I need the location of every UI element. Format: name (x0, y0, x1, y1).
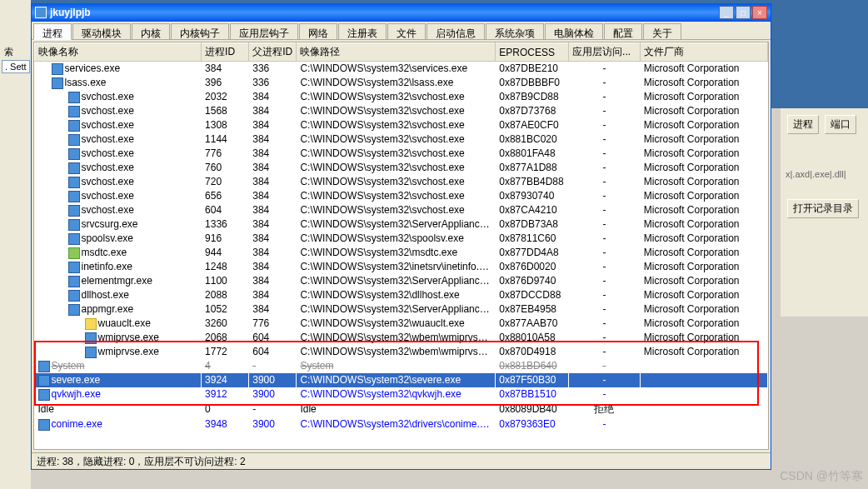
tab-关于[interactable]: 关于 (643, 23, 681, 39)
cell-vendor: Microsoft Corporation (640, 288, 767, 302)
cell-app: - (569, 118, 641, 132)
table-row[interactable]: qvkwjh.exe39123900C:\WINDOWS\system32\qv… (35, 387, 768, 402)
tab-内核[interactable]: 内核 (132, 23, 170, 39)
cell-app: - (569, 246, 641, 260)
table-row[interactable]: inetinfo.exe1248384C:\WINDOWS\system32\i… (35, 260, 768, 274)
table-row[interactable]: svchost.exe2032384C:\WINDOWS\system32\sv… (35, 90, 768, 104)
cell-vendor (640, 359, 767, 373)
table-row[interactable]: dllhost.exe2088384C:\WINDOWS\system32\dl… (35, 288, 768, 302)
cell-vendor: Microsoft Corporation (640, 302, 767, 317)
column-header[interactable]: 进程ID (202, 43, 249, 62)
cell-path: C:\WINDOWS\system32\svchost.exe (297, 189, 496, 203)
process-icon (68, 162, 80, 174)
process-name: svchost.exe (82, 176, 134, 187)
process-button[interactable]: 进程 (787, 115, 819, 134)
table-row[interactable]: srvcsurg.exe1336384C:\WINDOWS\system32\S… (35, 217, 768, 232)
cell-ep: 0x8801FA48 (496, 147, 569, 161)
cell-app: - (569, 387, 641, 402)
column-header[interactable]: 映像名称 (35, 43, 202, 62)
watermark: CSDN @竹等寒 (780, 469, 863, 484)
port-button[interactable]: 端口 (825, 115, 856, 134)
cell-ppid: 3900 (249, 387, 297, 402)
cell-path: System (297, 359, 496, 373)
table-row[interactable]: severe.exe39243900C:\WINDOWS\system32\se… (35, 373, 768, 387)
window-title: jkuyjlpjb (50, 7, 719, 18)
cell-ep: 0x87DBBBF0 (496, 76, 569, 90)
table-row[interactable]: svchost.exe760384C:\WINDOWS\system32\svc… (35, 161, 768, 175)
tab-启动信息[interactable]: 启动信息 (427, 23, 485, 39)
tab-网络[interactable]: 网络 (299, 23, 337, 39)
process-table[interactable]: 映像名称进程ID父进程ID映像路径EPROCESS应用层访问...文件厂商 se… (34, 42, 768, 432)
table-row[interactable]: spoolsv.exe916384C:\WINDOWS\system32\spo… (35, 232, 768, 246)
titlebar[interactable]: jkuyjlpjb _ □ × (32, 3, 771, 22)
cell-ep: 0x876D9740 (496, 274, 569, 288)
table-row[interactable]: svchost.exe776384C:\WINDOWS\system32\svc… (35, 147, 768, 161)
cell-ep: 0x87F50B30 (496, 373, 569, 387)
tab-进程[interactable]: 进程 (33, 23, 72, 40)
table-row[interactable]: wmiprvse.exe1772604C:\WINDOWS\system32\w… (35, 345, 768, 359)
table-row[interactable]: svchost.exe604384C:\WINDOWS\system32\svc… (35, 203, 768, 217)
table-row[interactable]: svchost.exe720384C:\WINDOWS\system32\svc… (35, 175, 768, 189)
table-row[interactable]: appmgr.exe1052384C:\WINDOWS\system32\Ser… (35, 302, 768, 317)
column-header[interactable]: EPROCESS (496, 43, 569, 62)
right-sidebar: 进程 端口 x|.axd|.exe|.dll| 打开记录目录 (781, 108, 868, 317)
column-header[interactable]: 映像路径 (297, 43, 496, 62)
cell-vendor: Microsoft Corporation (640, 104, 767, 118)
tab-文件[interactable]: 文件 (387, 23, 426, 39)
column-header[interactable]: 文件厂商 (640, 43, 767, 62)
table-row[interactable]: svchost.exe1144384C:\WINDOWS\system32\sv… (35, 132, 768, 147)
cell-vendor (640, 402, 767, 417)
process-name: System (52, 360, 85, 372)
process-table-container[interactable]: 映像名称进程ID父进程ID映像路径EPROCESS应用层访问...文件厂商 se… (33, 42, 769, 450)
table-row[interactable]: svchost.exe1308384C:\WINDOWS\system32\sv… (35, 118, 768, 132)
table-row[interactable]: services.exe384336C:\WINDOWS\system32\se… (35, 62, 768, 76)
cell-app: - (569, 175, 641, 189)
table-row[interactable]: lsass.exe396336C:\WINDOWS\system32\lsass… (35, 76, 768, 90)
column-header[interactable]: 父进程ID (249, 43, 297, 62)
cell-ep: 0x87D73768 (496, 104, 569, 118)
process-icon (85, 347, 97, 358)
tab-电脑体检[interactable]: 电脑体检 (545, 23, 603, 39)
tab-bar: 进程驱动模块内核内核钩子应用层钩子网络注册表文件启动信息系统杂项电脑体检配置关于 (32, 22, 771, 40)
maximize-button[interactable]: □ (736, 6, 751, 19)
cell-path: C:\WINDOWS\system32\lsass.exe (297, 76, 496, 90)
cell-ep: 0x87AE0CF0 (496, 118, 569, 132)
process-name: severe.exe (52, 374, 101, 386)
table-row[interactable]: System4-System0x881BD640- (35, 359, 768, 373)
column-header[interactable]: 应用层访问... (569, 43, 641, 62)
cell-ep: 0x877AAB70 (496, 317, 569, 331)
close-button[interactable]: × (752, 6, 767, 19)
cell-path: C:\WINDOWS\system32\wbem\wmiprvse.exe (297, 331, 496, 345)
process-name: wmiprvse.exe (98, 346, 159, 357)
process-icon (68, 92, 80, 103)
cell-pid: 4 (202, 359, 249, 373)
tab-内核钩子[interactable]: 内核钩子 (171, 23, 229, 39)
cell-ppid: 384 (249, 90, 297, 104)
cell-app: 拒绝 (569, 402, 641, 417)
open-log-dir-button[interactable]: 打开记录目录 (787, 199, 859, 218)
cell-ppid: 384 (249, 175, 297, 189)
cell-pid: 1248 (202, 260, 249, 274)
cell-pid: 944 (202, 246, 249, 260)
left-settings-field[interactable]: . Sett (2, 60, 30, 73)
process-name: services.exe (65, 62, 121, 74)
cell-ppid: 604 (249, 345, 297, 359)
table-row[interactable]: conime.exe39483900C:\WINDOWS\system32\dr… (35, 417, 768, 432)
tab-应用层钩子[interactable]: 应用层钩子 (230, 23, 298, 39)
minimize-button[interactable]: _ (719, 6, 734, 19)
table-row[interactable]: wmiprvse.exe2068604C:\WINDOWS\system32\w… (35, 331, 768, 345)
cell-ep: 0x87930740 (496, 189, 569, 203)
table-row[interactable]: elementmgr.exe1100384C:\WINDOWS\system32… (35, 274, 768, 288)
table-row[interactable]: msdtc.exe944384C:\WINDOWS\system32\msdtc… (35, 246, 768, 260)
status-bar: 进程: 38，隐藏进程: 0，应用层不可访问进程: 2 (32, 452, 771, 469)
tab-注册表[interactable]: 注册表 (338, 23, 387, 39)
table-row[interactable]: Idle0-Idle0x8089DB40拒绝 (35, 402, 768, 417)
tab-驱动模块[interactable]: 驱动模块 (72, 23, 131, 39)
table-row[interactable]: svchost.exe1568384C:\WINDOWS\system32\sv… (35, 104, 768, 118)
process-icon (68, 233, 80, 245)
tab-系统杂项[interactable]: 系统杂项 (486, 23, 544, 39)
table-row[interactable]: wuauclt.exe3260776C:\WINDOWS\system32\wu… (35, 317, 768, 331)
tab-配置[interactable]: 配置 (604, 23, 642, 39)
table-row[interactable]: svchost.exe656384C:\WINDOWS\system32\svc… (35, 189, 768, 203)
cell-ep: 0x877BB4D88 (496, 175, 569, 189)
